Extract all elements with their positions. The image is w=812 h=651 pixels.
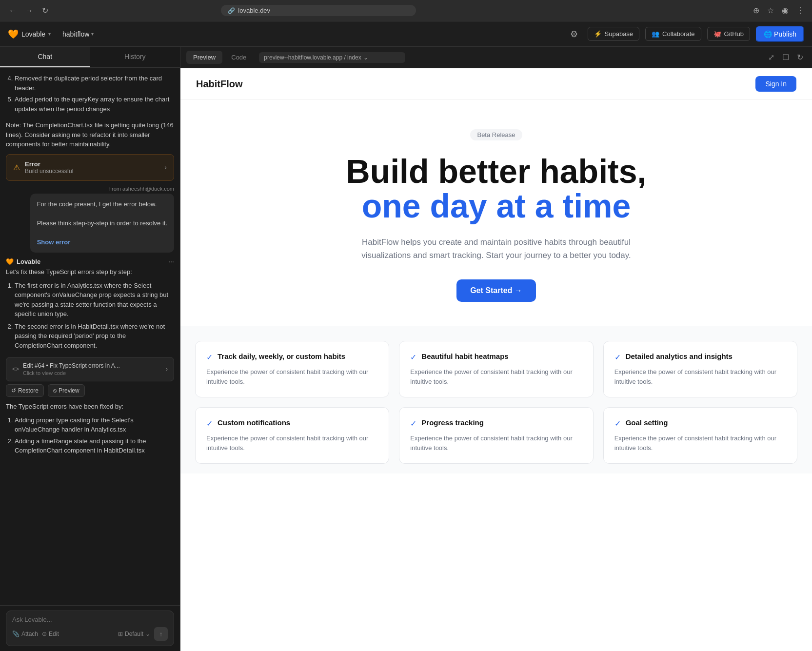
show-error-link[interactable]: Show error [37, 238, 71, 246]
refresh-button[interactable]: ↻ [39, 5, 51, 16]
list-item: Added period to the queryKey array to en… [15, 95, 174, 114]
feature-title: Custom notifications [218, 418, 290, 427]
error-subtitle: Build unsuccessful [25, 168, 159, 175]
edit-card-text: Edit #64 • Fix TypeScript errors in A...… [23, 362, 162, 376]
from-label: From asheeshh@duck.com [108, 186, 174, 192]
user-message: For the code present, I get the error be… [30, 194, 174, 253]
note-content: Note: The CompletionChart.tsx file is ge… [6, 121, 174, 148]
feature-desc: Experience the power of consistent habit… [614, 434, 786, 453]
chat-tabs: Chat History [0, 47, 180, 68]
hf-signin-button[interactable]: Sign In [755, 76, 796, 92]
expand-button[interactable]: ⤢ [765, 51, 777, 64]
url-chevron-icon: ⌄ [363, 54, 368, 61]
code-icon: <> [12, 366, 19, 373]
feature-title: Progress tracking [421, 418, 484, 427]
lovable-more-button[interactable]: ··· [168, 257, 174, 265]
collaborate-button[interactable]: 👥 Collaborate [645, 27, 701, 41]
chat-input-box: 📎 Attach ⊙ Edit ⊞ Default ⌄ ↑ [6, 611, 174, 646]
hf-logo: HabitFlow [196, 79, 243, 90]
feature-check-icon: ✓ [410, 353, 416, 362]
list-item: The second error is in HabitDetail.tsx w… [15, 322, 174, 351]
lovable-response: 🧡 Lovable ··· Let's fix these TypeScript… [6, 257, 174, 352]
publish-button[interactable]: 🌐 Publish [756, 26, 804, 42]
supabase-label: Supabase [605, 30, 634, 38]
settings-button[interactable]: ⚙ [566, 27, 582, 41]
feature-check-icon: ✓ [410, 419, 416, 428]
tab-chat[interactable]: Chat [0, 47, 90, 67]
app-logo[interactable]: 🧡 Lovable ▾ [8, 29, 51, 39]
link-icon: 🔗 [228, 7, 235, 14]
preview-icon: ⎋ [53, 387, 57, 394]
preview-actions: ⤢ ☐ ↻ [765, 51, 806, 64]
github-label: GitHub [724, 30, 744, 38]
restore-button[interactable]: ↺ Restore [6, 384, 44, 397]
feature-header: ✓ Progress tracking [410, 418, 582, 430]
hf-navbar: HabitFlow Sign In [180, 68, 812, 100]
collaborate-label: Collaborate [662, 30, 695, 38]
preview-label: Preview [59, 387, 79, 394]
default-chevron-icon: ⌄ [145, 631, 150, 637]
error-title: Error [25, 160, 159, 168]
feature-desc: Experience the power of consistent habit… [410, 434, 582, 453]
browser-actions: ⊕ ☆ ◉ ⋮ [751, 4, 806, 17]
fixed-messages: The TypeScript errors have been fixed by… [6, 402, 174, 457]
feature-title: Goal setting [626, 418, 668, 427]
tab-history[interactable]: History [90, 47, 180, 67]
lovable-name: Lovable [17, 258, 40, 265]
default-dropdown[interactable]: ⊞ Default ⌄ [118, 631, 150, 637]
bookmark-icon[interactable]: ☆ [765, 4, 776, 17]
lovable-logo: 🧡 Lovable [6, 258, 40, 265]
feature-title: Track daily, weekly, or custom habits [218, 352, 345, 360]
feature-check-icon: ✓ [206, 419, 213, 428]
url-text: lovable.dev [238, 7, 270, 14]
edit-button[interactable]: ⊙ Edit [42, 631, 59, 637]
error-card[interactable]: ⚠ Error Build unsuccessful › [6, 154, 174, 181]
feature-desc: Experience the power of consistent habit… [206, 434, 378, 453]
preview-inner: HabitFlow Sign In Beta Release Build bet… [180, 68, 812, 651]
tab-code[interactable]: Code [224, 51, 253, 64]
edit-card-wrapper: <> Edit #64 • Fix TypeScript errors in A… [6, 357, 174, 397]
github-button[interactable]: 🐙 GitHub [707, 27, 750, 41]
preview-button[interactable]: ⎋ Preview [48, 384, 85, 397]
tab-preview[interactable]: Preview [186, 51, 222, 64]
error-chevron-icon: › [164, 163, 167, 171]
chat-input-area: 📎 Attach ⊙ Edit ⊞ Default ⌄ ↑ [0, 605, 180, 651]
attach-button[interactable]: 📎 Attach [12, 631, 38, 637]
hf-subtext: HabitFlow helps you create and maintain … [360, 236, 633, 262]
default-label: Default [125, 631, 143, 637]
hf-cta-button[interactable]: Get Started → [456, 279, 536, 302]
send-button[interactable]: ↑ [154, 627, 168, 641]
edit-icon: ⊙ [42, 631, 47, 637]
list-item: Removed the duplicate period selector fr… [15, 74, 174, 93]
edit-card[interactable]: <> Edit #64 • Fix TypeScript errors in A… [6, 357, 174, 381]
attach-label: Attach [21, 631, 38, 637]
back-button[interactable]: ← [6, 5, 20, 16]
user-msg-line2: Please think step-by-step in order to re… [37, 218, 167, 228]
feature-header: ✓ Beautiful habit heatmaps [410, 352, 582, 363]
supabase-button[interactable]: ⚡ Supabase [588, 27, 640, 41]
reload-button[interactable]: ↻ [794, 51, 806, 64]
lovable-intro: Let's fix these TypeScript errors step b… [6, 267, 174, 350]
forward-button[interactable]: → [22, 5, 36, 16]
click-to-view: Click to view code [23, 370, 162, 376]
preview-url-bar[interactable]: preview--habitflow.lovable.app / index ⌄ [259, 52, 405, 63]
more-icon[interactable]: ⋮ [794, 4, 806, 17]
preview-panel: Preview Code preview--habitflow.lovable.… [180, 47, 812, 651]
chat-messages: Removed the duplicate period selector fr… [0, 68, 180, 605]
profile-icon[interactable]: ◉ [780, 4, 791, 17]
feature-check-icon: ✓ [206, 353, 213, 362]
publish-label: Publish [774, 30, 796, 38]
default-icon: ⊞ [118, 631, 123, 637]
publish-icon: 🌐 [764, 30, 772, 38]
project-title[interactable]: habitflow ▾ [62, 30, 94, 38]
feature-card: ✓ Progress tracking Experience the power… [399, 407, 593, 464]
chat-panel: Chat History Removed the duplicate perio… [0, 47, 180, 651]
hf-headline: Build better habits, one day at a time [326, 154, 667, 224]
mobile-view-button[interactable]: ☐ [779, 51, 792, 64]
hf-features-grid: ✓ Track daily, weekly, or custom habits … [180, 326, 812, 473]
feature-desc: Experience the power of consistent habit… [410, 367, 582, 386]
address-bar[interactable]: 🔗 lovable.dev [221, 5, 416, 16]
extensions-icon[interactable]: ⊕ [751, 4, 761, 17]
chat-input[interactable] [12, 616, 168, 623]
feature-title: Detailed analytics and insights [626, 352, 733, 360]
